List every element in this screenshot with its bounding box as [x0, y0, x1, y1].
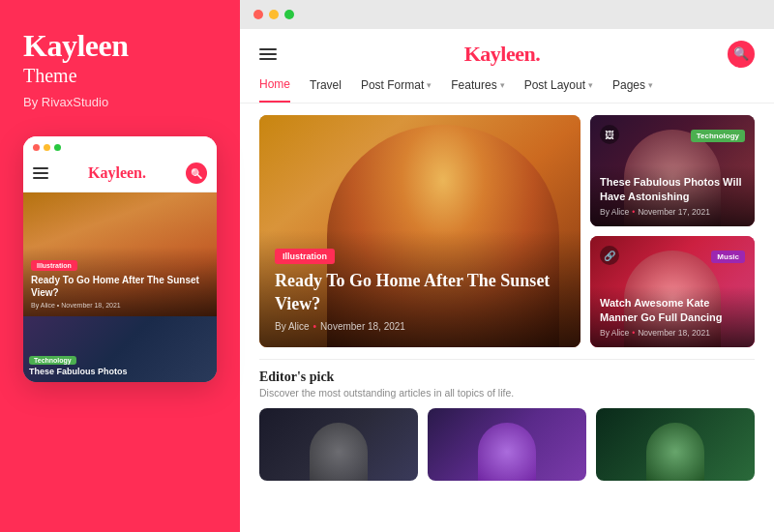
editor-card-1[interactable] — [259, 408, 418, 481]
mobile-top-bar — [23, 136, 217, 157]
mobile-header: Kayleen. — [23, 157, 217, 192]
mobile-dot-red — [33, 144, 40, 151]
side-article-1-tag-container: Technology — [691, 125, 745, 142]
side-article-1[interactable]: 🖼 Technology These Fabulous Photos Will … — [590, 115, 755, 226]
meta-dot-1: • — [632, 207, 635, 217]
editor-card-1-person — [310, 423, 368, 481]
hero-article-author: By Alice — [275, 321, 310, 332]
mobile-search-button[interactable] — [186, 163, 207, 184]
site-nav: Home Travel Post Format ▾ Features ▾ Pos… — [259, 77, 755, 103]
editors-pick-title: Editor's pick — [259, 369, 755, 385]
nav-item-features[interactable]: Features ▾ — [451, 78, 504, 102]
mobile-dot-yellow — [44, 144, 50, 151]
mobile-second-card-content: Technology These Fabulous Photos — [23, 343, 134, 382]
hero-article-content: Illustration Ready To Go Home After The … — [259, 230, 580, 347]
mobile-window-dots — [33, 144, 61, 151]
site-header: Kayleen. 🔍 Home Travel Post Format ▾ Fea… — [240, 29, 774, 103]
side-article-2-title: Watch Awesome Kate Manner Go Full Dancin… — [600, 296, 745, 324]
editors-pick-section: Editor's pick Discover the most outstand… — [259, 359, 755, 481]
side-article-1-title: These Fabulous Photos Will Have Astonish… — [600, 175, 745, 203]
site-logo: Kayleen. — [464, 42, 541, 67]
mobile-second-card[interactable]: Technology These Fabulous Photos — [23, 316, 217, 382]
side-articles: 🖼 Technology These Fabulous Photos Will … — [590, 115, 755, 347]
chevron-down-icon: ▾ — [648, 80, 653, 90]
browser-content: Kayleen. 🔍 Home Travel Post Format ▾ Fea… — [240, 29, 774, 532]
mobile-preview: Kayleen. Illustration Ready To Go Home A… — [23, 136, 217, 382]
mobile-second-tag: Technology — [29, 356, 76, 365]
chevron-down-icon: ▾ — [500, 80, 505, 90]
hero-article-title: Ready To Go Home After The Sunset View? — [275, 270, 565, 315]
editor-card-2[interactable] — [428, 408, 586, 481]
side-article-1-icon: 🖼 — [600, 125, 619, 144]
mobile-second-title: These Fabulous Photos — [29, 367, 128, 376]
mobile-dot-green — [54, 144, 61, 151]
browser-dot-green — [284, 10, 294, 19]
brand-subtitle: Theme — [23, 65, 128, 87]
browser-chrome — [240, 0, 774, 29]
hero-article-meta: By Alice • November 18, 2021 — [275, 321, 565, 332]
nav-item-post-layout[interactable]: Post Layout ▾ — [524, 78, 593, 102]
editor-card-3-person — [646, 423, 704, 481]
site-header-top: Kayleen. 🔍 — [259, 41, 755, 68]
nav-item-post-format[interactable]: Post Format ▾ — [361, 78, 432, 102]
side-article-1-author: By Alice — [600, 207, 629, 217]
articles-grid: Illustration Ready To Go Home After The … — [259, 115, 755, 347]
hamburger-icon[interactable] — [259, 48, 277, 60]
mobile-logo-dot: . — [142, 164, 146, 181]
browser-dot-yellow — [269, 10, 279, 19]
mobile-logo: Kayleen. — [88, 164, 146, 182]
chevron-down-icon: ▾ — [427, 80, 432, 90]
brand-name: Kayleen — [23, 29, 128, 63]
side-article-2-meta: By Alice • November 18, 2021 — [600, 328, 745, 338]
hero-article-tag: Illustration — [275, 249, 335, 264]
main-content: Illustration Ready To Go Home After The … — [240, 103, 774, 532]
nav-item-pages[interactable]: Pages ▾ — [612, 78, 653, 102]
brand-by: By RivaxStudio — [23, 95, 108, 109]
site-logo-dot: . — [535, 42, 540, 66]
search-button[interactable]: 🔍 — [728, 41, 755, 68]
nav-item-travel[interactable]: Travel — [310, 78, 342, 102]
meta-dot-2: • — [632, 328, 635, 338]
editors-grid — [259, 408, 755, 481]
mobile-hero-tag: Illustration — [31, 260, 77, 271]
mobile-hero-card[interactable]: Illustration Ready To Go Home After The … — [23, 192, 217, 316]
side-article-1-date: November 17, 2021 — [638, 207, 710, 217]
browser-dot-red — [253, 10, 263, 19]
mobile-logo-text: Kayleen — [88, 164, 142, 181]
side-article-2-content: Watch Awesome Kate Manner Go Full Dancin… — [590, 286, 755, 347]
site-logo-text: Kayleen — [464, 42, 536, 66]
side-article-2-icon: 🔗 — [600, 246, 619, 265]
left-panel: Kayleen Theme By RivaxStudio Kayleen. Il… — [0, 0, 240, 532]
side-article-2-author: By Alice — [600, 328, 629, 338]
editors-pick-subtitle: Discover the most outstanding articles i… — [259, 387, 755, 399]
meta-separator: • — [313, 321, 317, 332]
side-article-2[interactable]: 🔗 Music Watch Awesome Kate Manner Go Ful… — [590, 236, 755, 347]
brand-title: Kayleen Theme — [23, 29, 128, 87]
hero-article-date: November 18, 2021 — [320, 321, 405, 332]
side-article-1-content: These Fabulous Photos Will Have Astonish… — [590, 165, 755, 226]
editor-card-2-person — [478, 423, 536, 481]
hero-article[interactable]: Illustration Ready To Go Home After The … — [259, 115, 580, 347]
mobile-hero-content: Illustration Ready To Go Home After The … — [23, 247, 217, 316]
chevron-down-icon: ▾ — [588, 80, 593, 90]
side-article-2-tag-container: Music — [711, 246, 745, 263]
nav-item-home[interactable]: Home — [259, 77, 290, 103]
mobile-hero-meta: By Alice • November 18, 2021 — [31, 302, 209, 309]
mobile-hamburger-icon[interactable] — [33, 167, 48, 179]
mobile-hero-title: Ready To Go Home After The Sunset View? — [31, 274, 209, 299]
side-article-1-meta: By Alice • November 17, 2021 — [600, 207, 745, 217]
right-panel: Kayleen. 🔍 Home Travel Post Format ▾ Fea… — [240, 0, 774, 532]
side-article-2-date: November 18, 2021 — [638, 328, 710, 338]
side-article-2-tag: Music — [711, 251, 745, 263]
editor-card-3[interactable] — [596, 408, 755, 481]
side-article-1-tag: Technology — [691, 130, 745, 142]
